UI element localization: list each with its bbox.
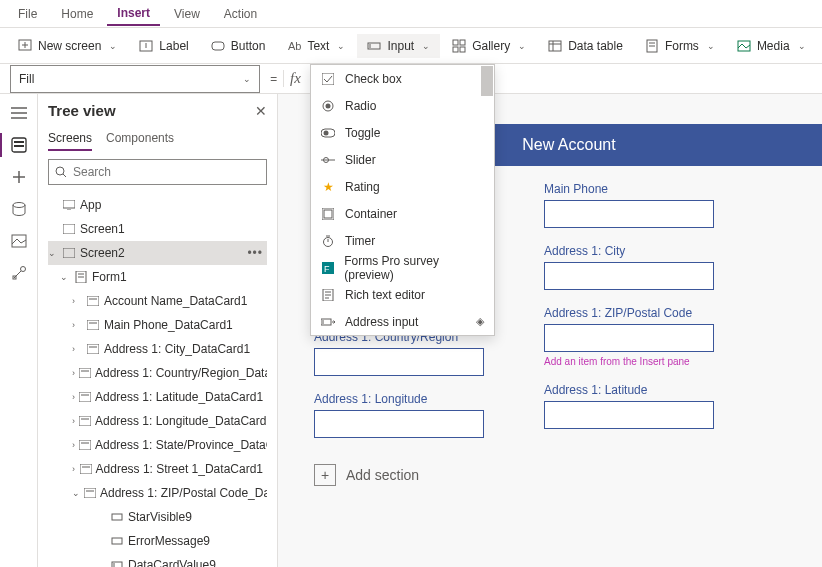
dd-address-input[interactable]: Address input◈ xyxy=(311,308,494,335)
field-input[interactable] xyxy=(544,262,714,290)
search-input[interactable] xyxy=(73,165,260,179)
svg-rect-64 xyxy=(112,514,122,520)
tree-card[interactable]: ›Address 1: Latitude_DataCard1 xyxy=(48,385,267,409)
search-icon xyxy=(55,166,67,178)
chevron-right-icon[interactable]: › xyxy=(72,344,82,354)
tools-icon[interactable] xyxy=(10,264,28,282)
svg-rect-10 xyxy=(460,40,465,45)
dd-slider[interactable]: Slider xyxy=(311,146,494,173)
text-button[interactable]: Ab Text⌄ xyxy=(277,34,355,58)
dd-toggle[interactable]: Toggle xyxy=(311,119,494,146)
data-table-button[interactable]: Data table xyxy=(538,34,633,58)
dd-rich-text[interactable]: Rich text editor xyxy=(311,281,494,308)
tree-card[interactable]: ›Address 1: City_DataCard1 xyxy=(48,337,267,361)
svg-point-35 xyxy=(20,267,25,272)
menu-view[interactable]: View xyxy=(164,3,210,25)
gallery-button[interactable]: Gallery⌄ xyxy=(442,34,536,58)
data-table-icon xyxy=(548,39,562,53)
tree-view-icon[interactable] xyxy=(10,136,28,154)
toggle-icon xyxy=(321,128,335,138)
ribbon: New screen⌄ Label Button Ab Text⌄ Input⌄… xyxy=(0,28,822,64)
hamburger-icon[interactable] xyxy=(10,104,28,122)
timer-icon xyxy=(321,235,335,247)
card-icon xyxy=(84,487,96,499)
tree-card[interactable]: ›Main Phone_DataCard1 xyxy=(48,313,267,337)
tree-view-title: Tree view xyxy=(48,102,116,119)
tree-control[interactable]: DataCardValue9 xyxy=(48,553,267,567)
tree-form1[interactable]: ⌄Form1 xyxy=(48,265,267,289)
tree-card[interactable]: ›Address 1: Country/Region_DataCard1 xyxy=(48,361,267,385)
field-label: Main Phone xyxy=(544,182,714,196)
label-label: Label xyxy=(159,39,188,53)
media-button[interactable]: Media⌄ xyxy=(727,34,816,58)
new-screen-label: New screen xyxy=(38,39,101,53)
field-input[interactable] xyxy=(314,348,484,376)
tab-screens[interactable]: Screens xyxy=(48,127,92,151)
chevron-right-icon[interactable]: › xyxy=(72,440,75,450)
slider-icon xyxy=(321,155,335,165)
tree-screen1[interactable]: Screen1 xyxy=(48,217,267,241)
chevron-right-icon[interactable]: › xyxy=(72,320,82,330)
chevron-right-icon[interactable]: › xyxy=(72,296,82,306)
tree-card[interactable]: ›Account Name_DataCard1 xyxy=(48,289,267,313)
dd-rating[interactable]: ★Rating xyxy=(311,173,494,200)
chevron-right-icon[interactable]: › xyxy=(72,416,75,426)
dd-check-box[interactable]: Check box xyxy=(311,65,494,92)
tree-card[interactable]: ›Address 1: Longitude_DataCard1 xyxy=(48,409,267,433)
data-table-label: Data table xyxy=(568,39,623,53)
menu-insert[interactable]: Insert xyxy=(107,2,160,26)
chevron-down-icon[interactable]: ⌄ xyxy=(48,248,58,258)
fx-icon[interactable]: fx xyxy=(283,70,307,87)
more-icon[interactable]: ••• xyxy=(247,246,263,260)
tree-card[interactable]: ›Address 1: State/Province_DataCard1 xyxy=(48,433,267,457)
chevron-down-icon[interactable]: ⌄ xyxy=(60,272,70,282)
chevron-down-icon[interactable]: ⌄ xyxy=(72,488,80,498)
menu-home[interactable]: Home xyxy=(51,3,103,25)
forms-button[interactable]: Forms⌄ xyxy=(635,34,725,58)
tree-card-zip[interactable]: ⌄Address 1: ZIP/Postal Code_DataCard1 xyxy=(48,481,267,505)
dd-radio[interactable]: Radio xyxy=(311,92,494,119)
chevron-right-icon[interactable]: › xyxy=(72,392,75,402)
tree-control[interactable]: StarVisible9 xyxy=(48,505,267,529)
data-icon[interactable] xyxy=(10,200,28,218)
chevron-down-icon: ⌄ xyxy=(518,41,526,51)
close-icon[interactable]: ✕ xyxy=(255,103,267,119)
field-label: Address 1: ZIP/Postal Code xyxy=(544,306,714,320)
dd-timer[interactable]: Timer xyxy=(311,227,494,254)
app-icon xyxy=(62,199,76,211)
tab-components[interactable]: Components xyxy=(106,127,174,151)
charts-button[interactable]: Charts⌄ xyxy=(818,34,822,58)
tree-card[interactable]: ›Address 1: Street 1_DataCard1 xyxy=(48,457,267,481)
forms-label: Forms xyxy=(665,39,699,53)
dd-forms-pro[interactable]: FForms Pro survey (preview) xyxy=(311,254,494,281)
input-button[interactable]: Input⌄ xyxy=(357,34,440,58)
field-input[interactable] xyxy=(314,410,484,438)
field-input[interactable] xyxy=(544,200,714,228)
tree-screen2[interactable]: ⌄Screen2••• xyxy=(48,241,267,265)
insert-hint: Add an item from the Insert pane xyxy=(544,356,714,367)
tree-control[interactable]: ErrorMessage9 xyxy=(48,529,267,553)
menu-file[interactable]: File xyxy=(8,3,47,25)
chevron-right-icon[interactable]: › xyxy=(72,464,76,474)
svg-rect-39 xyxy=(63,200,75,208)
field-input[interactable] xyxy=(544,401,714,429)
media-rail-icon[interactable] xyxy=(10,232,28,250)
label-button[interactable]: Label xyxy=(129,34,198,58)
button-button[interactable]: Button xyxy=(201,34,276,58)
new-screen-icon xyxy=(18,39,32,53)
new-screen-button[interactable]: New screen⌄ xyxy=(8,34,127,58)
add-icon[interactable] xyxy=(10,168,28,186)
dd-container[interactable]: Container xyxy=(311,200,494,227)
field-input[interactable] xyxy=(544,324,714,352)
svg-rect-13 xyxy=(549,41,561,51)
gallery-label: Gallery xyxy=(472,39,510,53)
tree-search[interactable] xyxy=(48,159,267,185)
tree-app[interactable]: App xyxy=(48,193,267,217)
property-selector[interactable]: Fill ⌄ xyxy=(10,65,260,93)
add-section-button[interactable]: + Add section xyxy=(314,464,822,486)
svg-rect-11 xyxy=(453,47,458,52)
chevron-right-icon[interactable]: › xyxy=(72,368,75,378)
menu-action[interactable]: Action xyxy=(214,3,267,25)
scrollbar[interactable] xyxy=(481,66,493,96)
field-label: Address 1: Latitude xyxy=(544,383,714,397)
